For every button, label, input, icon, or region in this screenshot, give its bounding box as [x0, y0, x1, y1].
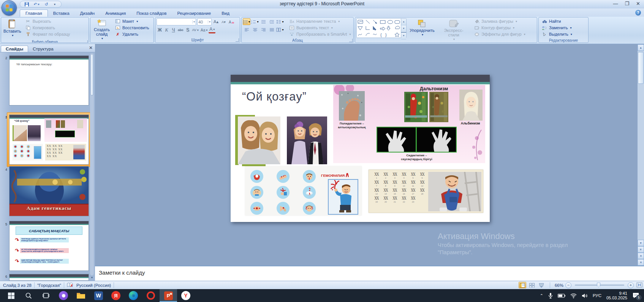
speaker-icon[interactable]	[582, 293, 588, 298]
photo-syndactyly-hands[interactable]	[377, 127, 457, 153]
word-icon[interactable]: W	[90, 289, 107, 302]
shapes-scroll-down[interactable]: ▼	[401, 25, 406, 32]
slide-sorter-view-button[interactable]	[528, 282, 536, 288]
scroll-down-icon[interactable]: ▼	[638, 240, 644, 246]
next-slide-button-alt[interactable]: «	[638, 259, 644, 266]
photo-twin-girls[interactable]	[238, 116, 280, 164]
increase-indent-button[interactable]	[268, 18, 275, 25]
yandex-start-icon[interactable]: Y	[177, 289, 195, 302]
panel-scrollbar-thumb[interactable]	[90, 54, 93, 96]
shape-effects-button[interactable]: Эффекты для фигур	[472, 31, 527, 37]
grow-font-button[interactable]: A▴	[213, 19, 219, 25]
tab-vstavka[interactable]: Вставка	[48, 10, 75, 17]
zoom-percent[interactable]: 66%	[555, 283, 563, 288]
align-right-button[interactable]	[259, 26, 267, 33]
alice-assistant-icon[interactable]	[55, 289, 72, 302]
help-icon[interactable]: ?	[635, 10, 641, 16]
text-direction-button[interactable]: AНаправление текста	[287, 18, 352, 24]
photo-painting-daltonism-vision[interactable]	[429, 92, 448, 122]
hemophilia-picture-panel[interactable]: ГЕМОФИЛИЯ	[245, 166, 362, 215]
battery-icon[interactable]	[558, 294, 565, 298]
find-button[interactable]: Найти	[540, 18, 574, 24]
genetics-picture-panel[interactable]: Полидактилия –алтысаусақтылық Дальтонизм	[333, 85, 485, 163]
slide-canvas[interactable]: “Ой қозғау”	[95, 44, 644, 266]
normal-view-button[interactable]	[519, 282, 526, 288]
shape-outline-button[interactable]: Контур фигуры	[472, 25, 527, 31]
slide-3-editing-area[interactable]: “Ой қозғау”	[231, 75, 490, 222]
font-dialog-launcher[interactable]	[236, 38, 239, 42]
paste-button[interactable]: Вставить	[2, 18, 22, 39]
line-spacing-button[interactable]	[276, 18, 284, 25]
thumbnail-slide-6[interactable]	[9, 274, 89, 281]
photo-painting-normal-vision[interactable]	[404, 92, 428, 122]
opera-icon[interactable]	[142, 289, 160, 302]
tab-recenzirovanie[interactable]: Рецензирование	[172, 10, 216, 17]
panel-scroll-down-icon[interactable]: ▼	[90, 275, 94, 280]
zoom-slider-thumb[interactable]	[597, 283, 600, 288]
delete-slide-button[interactable]: ✗Удалить	[113, 31, 150, 37]
vertical-scrollbar[interactable]: ▲ ▼ « « «	[638, 44, 644, 266]
font-color-button[interactable]: А	[209, 27, 215, 33]
quick-styles-button[interactable]: Экспресс-стили	[438, 18, 470, 42]
replace-button[interactable]: abacЗаменить	[540, 25, 574, 31]
restore-button[interactable]: ❐	[625, 1, 629, 7]
microphone-icon[interactable]	[548, 293, 553, 299]
thumbnail-slide-2[interactable]: Үй тапсырмасын тексеру:	[9, 55, 89, 105]
start-button[interactable]	[2, 289, 20, 302]
strikethrough-button[interactable]: abc	[177, 27, 184, 33]
clock[interactable]: 9:4105.03.2025	[606, 291, 627, 300]
tab-pokaz-slaydov[interactable]: Показ слайдов	[131, 10, 172, 17]
previous-slide-button[interactable]: «	[638, 246, 644, 253]
character-spacing-button[interactable]: AV	[191, 27, 199, 33]
convert-smartart-button[interactable]: Преобразовать в SmartArt	[287, 31, 352, 37]
align-text-button[interactable]: Выровнять текст	[287, 25, 352, 31]
task-view-button[interactable]	[37, 289, 55, 302]
tab-outline[interactable]: Структура	[28, 46, 58, 52]
change-case-button[interactable]: Аа	[200, 27, 208, 33]
tab-dizayn[interactable]: Дизайн	[75, 10, 100, 17]
language-indicator[interactable]: Русский (Россия)	[76, 283, 111, 288]
slide-title[interactable]: “Ой қозғау”	[242, 90, 307, 104]
fit-to-window-button[interactable]	[636, 282, 642, 288]
format-painter-button[interactable]: Формат по образцу	[24, 31, 72, 37]
tab-animaciya[interactable]: Анимация	[100, 10, 131, 17]
font-size-combo[interactable]: 40▾	[197, 18, 212, 25]
layout-button[interactable]: Макет	[113, 18, 150, 24]
italic-button[interactable]: К	[163, 27, 170, 33]
scrollbar-thumb[interactable]	[638, 52, 644, 84]
new-slide-button[interactable]: Создать слайд	[92, 18, 112, 42]
shapes-more-button[interactable]: ▼	[401, 32, 406, 39]
zoom-slider[interactable]	[575, 285, 624, 286]
tab-glavnaya[interactable]: Главная	[20, 9, 48, 17]
notification-center-icon[interactable]: 5	[632, 293, 639, 299]
shapes-gallery[interactable]: { } ▲ ▼ ▼	[356, 18, 407, 38]
bold-button[interactable]: Ж	[157, 27, 163, 33]
slide-header-bar[interactable]	[231, 75, 490, 82]
search-button[interactable]	[20, 289, 37, 302]
clear-formatting-button[interactable]: A	[228, 19, 235, 25]
input-language[interactable]: РУС	[593, 293, 601, 298]
align-left-button[interactable]	[243, 26, 250, 33]
font-name-combo[interactable]: ▾	[157, 18, 196, 25]
align-center-button[interactable]	[251, 26, 259, 33]
justify-button[interactable]	[268, 26, 275, 33]
zoom-out-button[interactable]: −	[565, 282, 571, 288]
karyotype-panel[interactable]: ΧΧ1ΧΧ2ΧΧ3ΧΧ4ΧΧ5ΧΧ6ΧΧ7ΧΧ8ΧΧ9ΧΧ10ΧΧ11ΧΧ12Χ…	[369, 170, 483, 213]
zoom-in-button[interactable]: +	[628, 282, 634, 288]
slideshow-view-button[interactable]	[538, 282, 545, 288]
bullets-button[interactable]	[243, 18, 250, 25]
notes-area[interactable]: Заметки к слайду	[95, 266, 644, 281]
theme-name[interactable]: "Городская"	[37, 283, 61, 288]
powerpoint-taskbar-icon[interactable]: P	[160, 289, 177, 302]
paragraph-dialog-launcher[interactable]	[349, 39, 353, 42]
wifi-icon[interactable]	[570, 293, 577, 298]
clipboard-dialog-launcher[interactable]	[84, 40, 88, 43]
file-explorer-icon[interactable]	[72, 289, 90, 302]
tray-expand-icon[interactable]: ⌃	[540, 293, 543, 298]
columns-button[interactable]	[276, 26, 284, 33]
underline-button[interactable]: Ч	[170, 27, 177, 33]
spellcheck-icon[interactable]: ✗	[67, 282, 73, 288]
thumbnail-slide-3-selected[interactable]: “Ой қозғау”	[7, 112, 91, 167]
edge-icon[interactable]	[125, 289, 142, 302]
select-button[interactable]: Выделить	[540, 31, 574, 37]
